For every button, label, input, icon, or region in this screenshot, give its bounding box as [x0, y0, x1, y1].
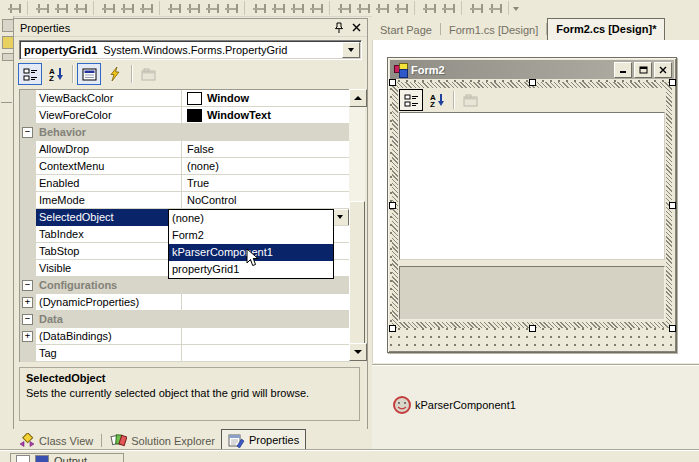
align-bottoms-icon[interactable]	[139, 2, 152, 15]
scrollbar-thumb[interactable]	[349, 201, 365, 346]
bring-to-front-icon[interactable]	[469, 2, 482, 15]
form-titlebar[interactable]: Form2	[390, 60, 674, 79]
property-name[interactable]: (DynamicProperties)	[36, 294, 182, 311]
close-button[interactable]	[654, 62, 672, 78]
selection-handle[interactable]	[529, 325, 536, 332]
property-value[interactable]	[182, 328, 350, 345]
expand-icon[interactable]: +	[22, 331, 33, 342]
property-name[interactable]: Configurations	[36, 277, 350, 294]
center-horizontally-icon[interactable]	[422, 2, 435, 15]
horiz-spacing-remove-icon[interactable]	[309, 2, 322, 15]
output-tab[interactable]: Output	[10, 453, 124, 462]
align-lefts-icon[interactable]	[35, 2, 48, 15]
property-value[interactable]: False	[182, 141, 350, 158]
close-icon[interactable]	[349, 21, 364, 34]
category-row-configurations[interactable]: −Configurations	[20, 277, 350, 294]
property-name[interactable]: Behavior	[36, 124, 350, 141]
document-tab-form1-cs-design-[interactable]: Form1.cs [Design]	[441, 20, 546, 40]
dropdown-item-form2[interactable]: Form2	[169, 227, 333, 244]
selection-handle[interactable]	[389, 202, 396, 209]
align-middles-icon[interactable]	[120, 2, 133, 15]
horiz-spacing-equal-icon[interactable]	[252, 2, 265, 15]
categorized-button[interactable]	[18, 63, 42, 85]
size-to-grid-icon[interactable]	[186, 2, 199, 15]
selection-handle[interactable]	[669, 79, 676, 86]
collapse-icon[interactable]: −	[22, 314, 33, 325]
tab-properties[interactable]: Properties	[221, 429, 306, 450]
property-row-enabled[interactable]: EnabledTrue	[20, 175, 350, 192]
selection-hatch-border[interactable]: AZ	[392, 82, 672, 328]
maximize-button[interactable]	[634, 62, 652, 78]
properties-view-button[interactable]	[77, 63, 101, 85]
property-row-tag[interactable]: Tag	[20, 345, 350, 362]
selection-handle[interactable]	[529, 79, 536, 86]
pin-icon[interactable]	[331, 21, 346, 34]
combo-dropdown-button[interactable]	[342, 42, 360, 58]
property-row-viewforecolor[interactable]: ViewForeColorWindowText	[20, 107, 350, 124]
property-row-imemode[interactable]: ImeModeNoControl	[20, 192, 350, 209]
send-to-back-icon[interactable]	[488, 2, 501, 15]
property-row-dynamicproperties[interactable]: +(DynamicProperties)	[20, 294, 350, 311]
minimize-button[interactable]	[614, 62, 632, 78]
property-name[interactable]: ImeMode	[36, 192, 182, 209]
form2-design-window[interactable]: Form2 AZ	[387, 57, 677, 353]
property-name[interactable]: Enabled	[36, 175, 182, 192]
property-name[interactable]: SelectedObject	[36, 209, 182, 226]
property-name[interactable]: Visible	[36, 260, 182, 277]
vert-spacing-remove-icon[interactable]	[394, 2, 407, 15]
anchor-partial-icon[interactable]	[7, 2, 20, 15]
property-name[interactable]: (DataBindings)	[36, 328, 182, 345]
property-name[interactable]: ViewForeColor	[36, 107, 182, 124]
property-value[interactable]: WindowText	[182, 107, 350, 124]
category-row-data[interactable]: −Data	[20, 311, 350, 328]
property-name[interactable]: AllowDrop	[36, 141, 182, 158]
center-vertically-icon[interactable]	[441, 2, 454, 15]
vert-spacing-increase-icon[interactable]	[356, 2, 369, 15]
document-tab-start-page[interactable]: Start Page	[372, 20, 440, 40]
property-value[interactable]	[182, 294, 350, 311]
document-tab-form2-cs-design-[interactable]: Form2.cs [Design]*	[547, 18, 665, 40]
collapse-icon[interactable]: −	[22, 280, 33, 291]
object-selector-combo[interactable]: propertyGrid1System.Windows.Forms.Proper…	[19, 40, 362, 60]
align-tops-icon[interactable]	[101, 2, 114, 15]
align-centers-icon[interactable]	[54, 2, 67, 15]
property-name[interactable]: TabStop	[36, 243, 182, 260]
selection-handle[interactable]	[669, 325, 676, 332]
property-value[interactable]: (none)	[182, 158, 350, 175]
form-client-area[interactable]: AZ	[390, 79, 674, 350]
toolbar-options-caret-icon[interactable]	[511, 2, 522, 15]
property-value[interactable]	[182, 345, 350, 362]
horiz-spacing-decrease-icon[interactable]	[290, 2, 303, 15]
property-name[interactable]: Data	[36, 311, 350, 328]
dropdown-item-none[interactable]: (none)	[169, 210, 333, 227]
tab-class-view[interactable]: Class View	[13, 431, 99, 450]
property-name[interactable]: Tag	[36, 345, 182, 362]
component-tray[interactable]: kParserComponent1	[372, 364, 699, 449]
collapse-icon[interactable]: −	[22, 127, 33, 138]
scroll-up-icon[interactable]	[349, 89, 367, 107]
property-value[interactable]: Window	[182, 90, 350, 107]
property-name[interactable]: TabIndex	[36, 226, 182, 243]
align-rights-icon[interactable]	[73, 2, 86, 15]
property-name[interactable]: ContextMenu	[36, 158, 182, 175]
property-row-allowdrop[interactable]: AllowDropFalse	[20, 141, 350, 158]
vert-spacing-decrease-icon[interactable]	[375, 2, 388, 15]
categorized-button[interactable]	[399, 89, 423, 111]
scroll-down-icon[interactable]	[349, 343, 367, 361]
alphabetical-button[interactable]: AZ	[425, 89, 449, 111]
category-row-behavior[interactable]: −Behavior	[20, 124, 350, 141]
propertygrid-control[interactable]: AZ	[398, 88, 666, 322]
properties-titlebar[interactable]: Properties	[14, 19, 367, 37]
alphabetical-button[interactable]: AZ	[44, 63, 68, 85]
property-row-contextmenu[interactable]: ContextMenu(none)	[20, 158, 350, 175]
make-same-width-icon[interactable]	[167, 2, 180, 15]
property-value[interactable]: True	[182, 175, 350, 192]
propertygrid-control-grid[interactable]	[399, 112, 665, 260]
property-grid-scrollbar[interactable]	[349, 89, 365, 361]
property-name[interactable]: ViewBackColor	[36, 90, 182, 107]
property-row-viewbackcolor[interactable]: ViewBackColorWindow	[20, 90, 350, 107]
events-button[interactable]	[103, 63, 127, 85]
expand-icon[interactable]: +	[22, 297, 33, 308]
vert-spacing-equal-icon[interactable]	[337, 2, 350, 15]
selection-handle[interactable]	[389, 325, 396, 332]
